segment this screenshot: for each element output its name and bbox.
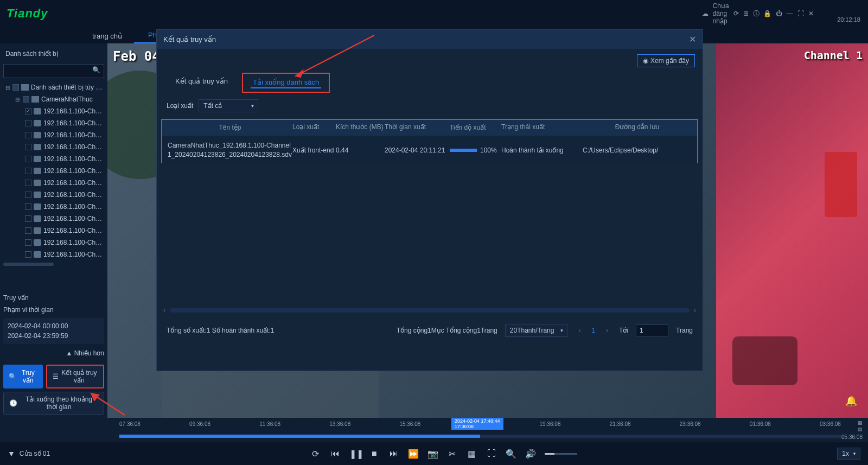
scroll-right-icon[interactable]: › bbox=[694, 307, 696, 314]
query-button[interactable]: 🔍Truy vấn bbox=[3, 365, 43, 388]
chevron-down-icon[interactable]: ⊟ bbox=[15, 97, 21, 103]
tree-channel[interactable]: 192.168.1.100-Channel bbox=[3, 141, 104, 153]
tree-channel[interactable]: 192.168.1.100-Channel bbox=[3, 201, 104, 213]
tree-group[interactable]: ⊟ CameraNhatThuc bbox=[3, 93, 104, 105]
tree-checkbox[interactable] bbox=[25, 144, 31, 150]
tree-checkbox[interactable] bbox=[25, 132, 31, 138]
export-type-select[interactable]: Tất cả ▼ bbox=[199, 99, 258, 112]
lock-icon[interactable]: 🔒 bbox=[764, 10, 771, 17]
bell-icon[interactable]: 🔔 bbox=[845, 395, 857, 407]
more-toggle[interactable]: ▲ Nhiều hơn bbox=[3, 346, 104, 360]
channel-label: 192.168.1.100-Channel bbox=[43, 203, 103, 211]
camera-icon bbox=[34, 108, 41, 114]
close-window-icon[interactable]: ✕ bbox=[808, 10, 814, 17]
step-fwd-icon[interactable]: ⏭ bbox=[388, 449, 399, 458]
tab-home[interactable]: trang chủ bbox=[81, 29, 133, 43]
grid-icon[interactable]: ▦ bbox=[467, 449, 477, 459]
timeline-tick: 15:36:08 bbox=[399, 421, 420, 427]
cut-icon[interactable]: ✂ bbox=[447, 449, 458, 459]
tree-checkbox[interactable] bbox=[12, 84, 19, 91]
video-pane-right[interactable]: Channel 1 🔔 bbox=[716, 43, 868, 418]
timeline-fill bbox=[119, 435, 480, 438]
tree-checkbox[interactable] bbox=[25, 227, 31, 234]
fullscreen-icon[interactable]: ⛶ bbox=[486, 449, 497, 458]
per-page-select[interactable]: 20Thanh/Trang▼ bbox=[505, 324, 568, 337]
tree-channel[interactable]: 192.168.1.100-Channel bbox=[3, 153, 104, 165]
info-icon[interactable]: ⓘ bbox=[753, 10, 760, 17]
maximize-icon[interactable]: ⛶ bbox=[797, 10, 804, 17]
timeline-layout-icons[interactable]: ▦ ▤ bbox=[858, 420, 863, 432]
table-row[interactable]: CameraNhatThuc_192.168.1.100-Channel1_20… bbox=[162, 136, 697, 165]
timeline-track[interactable] bbox=[119, 435, 841, 438]
current-page[interactable]: 1 bbox=[591, 327, 595, 334]
channel-label: 192.168.1.100-Channel bbox=[43, 179, 103, 187]
tree-channel[interactable]: 192.168.1.100-Channel bbox=[3, 177, 104, 189]
stop-icon[interactable]: ■ bbox=[369, 449, 380, 458]
tree-checkbox[interactable] bbox=[25, 168, 31, 174]
search-icon[interactable]: 🔍 bbox=[92, 66, 102, 76]
next-page-icon[interactable]: › bbox=[603, 327, 611, 334]
logo: Tiandy bbox=[7, 7, 48, 21]
tree-channel[interactable]: 192.168.1.100-Channel bbox=[3, 129, 104, 141]
refresh-icon[interactable]: ⟳ bbox=[310, 449, 321, 459]
tree-checkbox[interactable] bbox=[25, 156, 31, 162]
fast-fwd-icon[interactable]: ⏩ bbox=[408, 449, 419, 459]
tab-download-list[interactable]: Tải xuống danh sách bbox=[251, 77, 321, 88]
tree-checkbox[interactable] bbox=[25, 108, 31, 114]
prev-page-icon[interactable]: ‹ bbox=[575, 327, 584, 334]
progress-bar bbox=[450, 149, 477, 152]
close-icon[interactable]: ✕ bbox=[689, 34, 696, 44]
sync-icon[interactable]: ⟳ bbox=[733, 10, 739, 17]
col-status: Trạng thái xuất bbox=[501, 123, 583, 132]
minimize-icon[interactable]: — bbox=[787, 10, 793, 17]
volume-icon[interactable]: 🔊 bbox=[525, 449, 536, 459]
grid1-icon[interactable]: ▦ bbox=[858, 420, 863, 425]
chevron-down-icon[interactable]: ⊟ bbox=[5, 85, 10, 91]
pause-icon[interactable]: ❚❚ bbox=[349, 449, 360, 459]
scroll-left-icon[interactable]: ‹ bbox=[163, 307, 165, 314]
goto-page-input[interactable] bbox=[636, 324, 668, 336]
cloud-icon: ☁ bbox=[702, 10, 709, 17]
scrollbar-horizontal[interactable] bbox=[3, 263, 54, 266]
tree-checkbox[interactable] bbox=[25, 251, 31, 258]
tree-channel[interactable]: 192.168.1.100-Channel bbox=[3, 237, 104, 249]
search-input[interactable] bbox=[3, 64, 104, 78]
timeline-tick: 13:36:08 bbox=[329, 421, 350, 427]
tree-checkbox[interactable] bbox=[25, 180, 31, 186]
grid2-icon[interactable]: ▤ bbox=[858, 426, 863, 432]
snapshot-icon[interactable]: 📷 bbox=[427, 449, 438, 459]
tree-channel[interactable]: 192.168.1.100-Channel bbox=[3, 189, 104, 201]
tree-checkbox[interactable] bbox=[25, 120, 31, 126]
tree-checkbox[interactable] bbox=[23, 96, 29, 103]
date-range[interactable]: 2024-02-04 00:00:00 2024-02-04 23:59:59 bbox=[3, 318, 104, 344]
download-range-button[interactable]: 🕓Tải xuống theo khoảng thời gian bbox=[3, 392, 104, 415]
recent-button[interactable]: ◉Xem gần đây bbox=[637, 54, 695, 67]
tab-query-results[interactable]: Kết quả truy vấn bbox=[167, 73, 237, 93]
tree-checkbox[interactable] bbox=[25, 215, 31, 222]
tree-channel[interactable]: 192.168.1.100-Channel bbox=[3, 213, 104, 225]
timeline[interactable]: 07:36:0809:36:0811:36:0813:36:0815:36:08… bbox=[0, 418, 868, 442]
camera-icon bbox=[34, 227, 41, 234]
speed-select[interactable]: 1x▼ bbox=[837, 448, 860, 460]
step-back-icon[interactable]: ⏮ bbox=[330, 449, 341, 458]
filter-icon[interactable]: ▼ bbox=[8, 449, 15, 458]
volume-slider[interactable] bbox=[545, 453, 577, 455]
tree-root[interactable]: ⊟ Danh sách thiết bị tùy chỉnh bbox=[3, 81, 104, 93]
scroll-track[interactable] bbox=[170, 308, 690, 313]
folder-icon bbox=[31, 96, 39, 103]
tree-checkbox[interactable] bbox=[25, 239, 31, 246]
tree-checkbox[interactable] bbox=[25, 192, 31, 198]
tree-channel[interactable]: 192.168.1.100-Channel bbox=[3, 249, 104, 260]
tree-channel[interactable]: 192.168.1.100-Channel bbox=[3, 165, 104, 177]
tree-channel[interactable]: 192.168.1.100-Channel bbox=[3, 117, 104, 129]
power-icon[interactable]: ⏻ bbox=[776, 10, 782, 17]
results-button[interactable]: ☰Kết quả truy vấn bbox=[46, 365, 104, 388]
tree-channel[interactable]: 192.168.1.100-Channel bbox=[3, 105, 104, 117]
h-scrollbar[interactable]: ‹ › bbox=[157, 304, 703, 316]
timeline-marker[interactable]: 2024-02-04 17:48:44 17:36:08 bbox=[451, 418, 503, 430]
screen-icon[interactable]: ⊞ bbox=[743, 10, 749, 17]
zoom-icon[interactable]: 🔍 bbox=[506, 449, 516, 459]
tree-channel[interactable]: 192.168.1.100-Channel bbox=[3, 225, 104, 237]
results-table: Tên tệp Loại xuất Kích thước (MB) Thời g… bbox=[161, 119, 698, 163]
tree-checkbox[interactable] bbox=[25, 203, 31, 210]
